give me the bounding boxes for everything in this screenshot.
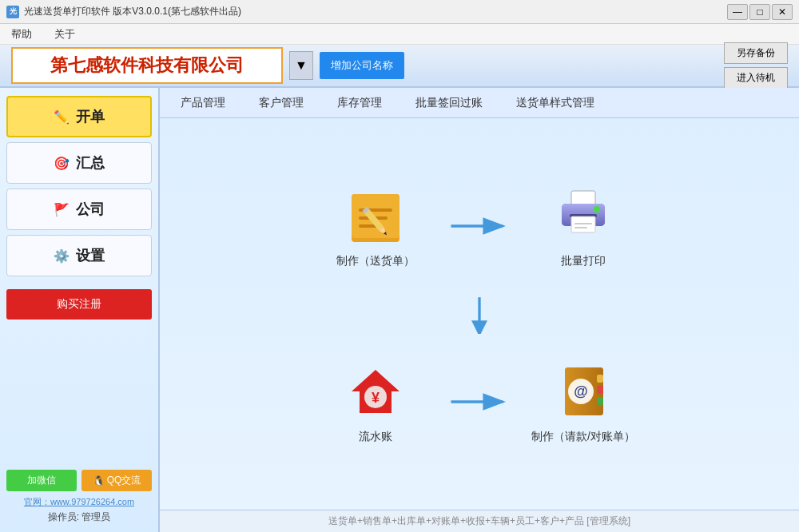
add-company-button[interactable]: 增加公司名称 [320, 52, 404, 79]
svg-rect-29 [597, 386, 603, 394]
qq-button[interactable]: 🐧 QQ交流 [81, 470, 152, 491]
menu-about[interactable]: 关于 [51, 26, 78, 43]
book-icon: @ [551, 359, 615, 423]
workflow-step3[interactable]: ¥ 流水账 [344, 359, 407, 444]
tab-delivery-template[interactable]: 送货单样式管理 [511, 93, 599, 113]
svg-text:¥: ¥ [372, 390, 380, 406]
sidebar-item-settings[interactable]: ⚙️ 设置 [6, 235, 152, 276]
summary-icon: 🎯 [54, 156, 70, 171]
website-link[interactable]: 官网：www.979726264.com [6, 496, 152, 508]
company-section: 第七感软件科技有限公司 ▼ 增加公司名称 [11, 47, 716, 84]
company-label: 公司 [76, 200, 105, 219]
app-icon: 光 [6, 6, 19, 18]
content-area: 产品管理 客户管理 库存管理 批量签回过账 送货单样式管理 [160, 88, 799, 532]
workflow-step4[interactable]: @ 制作（请款/对账单） [531, 359, 635, 444]
close-button[interactable]: ✕ [772, 4, 793, 20]
minimize-button[interactable]: — [727, 4, 748, 20]
tabs-bar: 产品管理 客户管理 库存管理 批量签回过账 送货单样式管理 [160, 88, 799, 118]
svg-rect-28 [597, 375, 603, 383]
arrow-right-2 [447, 390, 511, 414]
pencil-icon: ✏️ [54, 109, 70, 125]
printer-icon [551, 184, 615, 248]
company-icon: 🚩 [54, 202, 70, 217]
restore-button[interactable]: □ [749, 4, 770, 20]
svg-text:@: @ [574, 383, 588, 399]
sidebar-item-company[interactable]: 🚩 公司 [6, 189, 152, 230]
svg-rect-16 [574, 223, 592, 224]
step4-label: 制作（请款/对账单） [531, 430, 635, 444]
svg-rect-11 [571, 191, 595, 205]
tab-product-mgmt[interactable]: 产品管理 [176, 93, 230, 113]
app-title: 光速送货单打印软件 版本V3.0.0.1(第七感软件出品) [24, 5, 241, 18]
workflow-grid: 制作（送货单） [312, 162, 647, 466]
sidebar-item-summary[interactable]: 🎯 汇总 [6, 142, 152, 184]
qq-icon: 🐧 [93, 475, 105, 486]
sidebar: ✏️ 开单 🎯 汇总 🚩 公司 ⚙️ 设置 购买注册 加微信 🐧 QQ交流 官网… [0, 88, 160, 532]
empty-cell-2 [519, 290, 647, 338]
step3-label: 流水账 [359, 430, 392, 444]
company-dropdown[interactable]: ▼ [289, 51, 313, 80]
step1-label: 制作（送货单） [336, 254, 415, 268]
weixin-button[interactable]: 加微信 [6, 470, 77, 491]
arrow-right-1 [447, 214, 511, 238]
workflow-area: 制作（送货单） [160, 118, 799, 510]
summary-label: 汇总 [76, 153, 105, 173]
settings-icon: ⚙️ [54, 248, 70, 264]
workflow-step2[interactable]: 批量打印 [551, 184, 615, 268]
sidebar-item-open-order[interactable]: ✏️ 开单 [6, 96, 152, 137]
svg-point-18 [594, 206, 600, 212]
operator-label: 操作员: 管理员 [6, 510, 152, 524]
tab-customer-mgmt[interactable]: 客户管理 [254, 93, 308, 113]
title-bar: 光 光速送货单打印软件 版本V3.0.0.1(第七感软件出品) — □ ✕ [0, 0, 799, 24]
ledger-icon: ¥ [344, 359, 407, 423]
svg-rect-17 [574, 227, 587, 228]
company-name-display: 第七感软件科技有限公司 [11, 47, 283, 84]
header-right-buttons: 另存备份 进入待机 [724, 42, 788, 89]
main-layout: ✏️ 开单 🎯 汇总 🚩 公司 ⚙️ 设置 购买注册 加微信 🐧 QQ交流 官网… [0, 88, 799, 532]
menu-help[interactable]: 帮助 [8, 26, 35, 43]
window-controls: — □ ✕ [727, 4, 793, 20]
purchase-button[interactable]: 购买注册 [6, 289, 152, 320]
standby-button[interactable]: 进入待机 [724, 67, 788, 89]
notepad-icon [344, 184, 407, 248]
footer-area: 送货单+销售单+出库单+对账单+收报+车辆+员工+客户+产品 [管理系统] [160, 510, 799, 532]
empty-cell-1 [312, 290, 439, 338]
header-area: 第七感软件科技有限公司 ▼ 增加公司名称 另存备份 进入待机 [0, 45, 799, 88]
step2-label: 批量打印 [561, 254, 606, 268]
menu-bar: 帮助 关于 [0, 24, 799, 45]
footer-text: 送货单+销售单+出库单+对账单+收报+车辆+员工+客户+产品 [管理系统] [328, 514, 630, 528]
settings-label: 设置 [76, 246, 105, 265]
workflow-step1[interactable]: 制作（送货单） [336, 184, 415, 268]
arrow-down-1 [467, 294, 491, 334]
tab-batch-checkin[interactable]: 批量签回过账 [411, 93, 487, 113]
social-buttons: 加微信 🐧 QQ交流 [6, 470, 152, 491]
open-order-label: 开单 [76, 107, 105, 126]
tab-inventory-mgmt[interactable]: 库存管理 [332, 93, 387, 113]
title-bar-left: 光 光速送货单打印软件 版本V3.0.0.1(第七感软件出品) [6, 5, 241, 18]
qq-label: QQ交流 [107, 474, 141, 487]
backup-button[interactable]: 另存备份 [724, 42, 788, 64]
svg-rect-30 [597, 397, 603, 405]
sidebar-bottom: 加微信 🐧 QQ交流 官网：www.979726264.com 操作员: 管理员 [6, 470, 152, 524]
svg-rect-1 [352, 194, 400, 238]
